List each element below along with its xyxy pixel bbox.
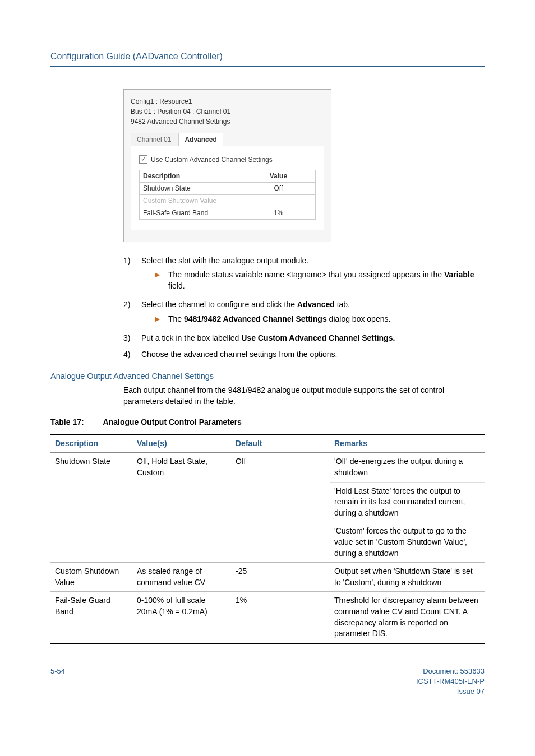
- step-text-bold: Use Custom Advanced Channel Settings.: [241, 333, 395, 342]
- dialog-title-line: 9482 Advanced Channel Settings: [131, 117, 324, 127]
- footer-page-number: 5-54: [50, 666, 65, 697]
- cell-desc: Custom Shutdown Value: [140, 194, 260, 207]
- step-sub-bullet: ▶ The 9481/9482 Advanced Channel Setting…: [155, 314, 485, 325]
- step-number: 4): [123, 349, 137, 360]
- step-number: 1): [123, 256, 137, 294]
- cell-remarks: 'Custom' forces the output to go to the …: [330, 522, 485, 563]
- step-4: 4) Choose the advanced channel settings …: [123, 349, 485, 360]
- table-row: Custom Shutdown Value As scaled range of…: [50, 563, 485, 592]
- dialog-config-path: Config1 : Resource1: [131, 97, 324, 106]
- page-header-title: Configuration Guide (AADvance Controller…: [50, 50, 485, 63]
- col-description: Description: [140, 170, 260, 183]
- use-custom-settings-label: Use Custom Advanced Channel Settings: [151, 155, 273, 165]
- cell-remarks: Threshold for discrepancy alarm between …: [330, 592, 485, 643]
- table-row: Shutdown State Off, Hold Last State, Cus…: [50, 453, 485, 482]
- advanced-channel-dialog: Config1 : Resource1 Bus 01 : Position 04…: [123, 89, 331, 242]
- step-3: 3) Put a tick in the box labelled Use Cu…: [123, 333, 485, 344]
- arrow-icon: ▶: [155, 270, 164, 291]
- footer-doc-code: ICSTT-RM405f-EN-P: [416, 676, 485, 687]
- step-text-pre: Put a tick in the box labelled: [141, 333, 241, 342]
- page-footer: 5-54 Document: 553633 ICSTT-RM405f-EN-P …: [50, 666, 485, 697]
- step-1: 1) Select the slot with the analogue out…: [123, 256, 485, 294]
- sub-text-pre: The module status variable name <tagname…: [168, 270, 444, 279]
- step-2: 2) Select the channel to configure and c…: [123, 299, 485, 327]
- cell-remarks: 'Off' de-energizes the output during a s…: [330, 453, 485, 482]
- col-default: Default: [231, 434, 330, 453]
- table-row[interactable]: Fail-Safe Guard Band 1%: [140, 207, 316, 219]
- cell-values: Off, Hold Last State, Custom: [132, 453, 231, 482]
- cell-value[interactable]: 1%: [260, 207, 297, 219]
- table-number: Table 17:: [50, 418, 84, 426]
- cell-remarks: 'Hold Last State' forces the output to r…: [330, 482, 485, 522]
- tab-channel[interactable]: Channel 01: [131, 133, 177, 146]
- table-row[interactable]: Shutdown State Off: [140, 183, 316, 195]
- sub-text-pre: The: [168, 314, 184, 323]
- cell-default: 1%: [231, 592, 330, 643]
- cell-desc: Shutdown State: [140, 183, 260, 195]
- footer-issue: Issue 07: [416, 687, 485, 697]
- sub-text-post: dialog box opens.: [327, 314, 391, 323]
- col-value: Value: [260, 170, 297, 183]
- advanced-settings-table: Description Value Shutdown State Off Cus: [139, 170, 316, 219]
- arrow-icon: ▶: [155, 314, 164, 325]
- section-body: Each output channel from the 9481/9482 a…: [123, 385, 485, 407]
- parameters-table: Description Value(s) Default Remarks Shu…: [50, 434, 485, 644]
- cell-remarks: Output set when 'Shutdown State' is set …: [330, 563, 485, 592]
- tab-advanced-panel: ✓ Use Custom Advanced Channel Settings D…: [131, 146, 324, 230]
- col-remarks: Remarks: [330, 434, 485, 453]
- step-text-pre: Select the channel to configure and clic…: [141, 300, 297, 309]
- step-text: Choose the advanced channel settings fro…: [141, 350, 337, 359]
- table-caption: Table 17: Analogue Output Control Parame…: [50, 417, 485, 428]
- step-number: 2): [123, 299, 137, 327]
- table-row: 'Hold Last State' forces the output to r…: [50, 482, 485, 522]
- col-description: Description: [50, 434, 132, 453]
- cell-desc: Custom Shutdown Value: [50, 563, 132, 592]
- cell-values: 0-100% of full scale 20mA (1% = 0.2mA): [132, 592, 231, 643]
- procedure-steps: 1) Select the slot with the analogue out…: [123, 256, 485, 360]
- table-row: Custom Shutdown Value: [140, 194, 316, 207]
- section-heading: Analogue Output Advanced Channel Setting…: [50, 370, 485, 382]
- table-row: 'Custom' forces the output to go to the …: [50, 522, 485, 563]
- col-values: Value(s): [132, 434, 231, 453]
- cell-desc: Fail-Safe Guard Band: [50, 592, 132, 643]
- step-text-bold: Advanced: [297, 300, 335, 309]
- cell-desc: Fail-Safe Guard Band: [140, 207, 260, 219]
- sub-text-post: field.: [168, 281, 185, 290]
- cell-value: [260, 194, 297, 207]
- footer-document: Document: 553633: [416, 666, 485, 676]
- table-row: Fail-Safe Guard Band 0-100% of full scal…: [50, 592, 485, 643]
- header-divider: [50, 66, 485, 67]
- cell-value[interactable]: Off: [260, 183, 297, 195]
- col-spacer: [297, 170, 316, 183]
- sub-text-bold: Variable: [444, 270, 474, 279]
- tab-advanced[interactable]: Advanced: [178, 133, 223, 146]
- cell-desc: Shutdown State: [50, 453, 132, 482]
- step-number: 3): [123, 333, 137, 344]
- dialog-tabs: Channel 01 Advanced: [131, 132, 324, 146]
- step-text: Select the slot with the analogue output…: [141, 256, 308, 265]
- table-title: Analogue Output Control Parameters: [103, 418, 242, 426]
- cell-values: As scaled range of command value CV: [132, 563, 231, 592]
- sub-text-bold: 9481/9482 Advanced Channel Settings: [184, 314, 327, 323]
- dialog-bus-path: Bus 01 : Position 04 : Channel 01: [131, 107, 324, 117]
- cell-default: Off: [231, 453, 330, 482]
- step-sub-bullet: ▶ The module status variable name <tagna…: [155, 270, 485, 291]
- step-text-post: tab.: [335, 300, 350, 309]
- cell-default: -25: [231, 563, 330, 592]
- use-custom-settings-checkbox[interactable]: ✓: [139, 155, 147, 164]
